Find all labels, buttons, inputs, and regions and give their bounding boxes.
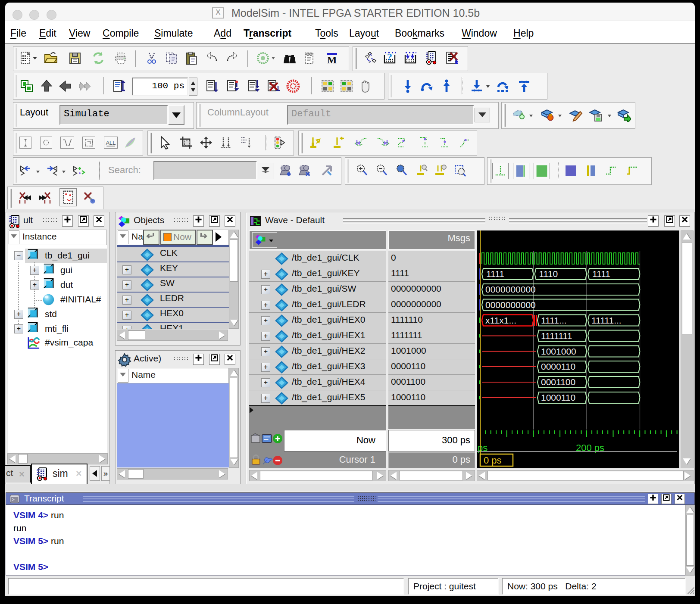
svg-text:0000000000: 0000000000	[485, 300, 536, 310]
svg-text:0 ps: 0 ps	[484, 455, 502, 466]
svg-text:1111...: 1111...	[541, 315, 567, 325]
svg-text:1111: 1111	[592, 269, 610, 279]
svg-text:0000000000: 0000000000	[485, 284, 536, 294]
svg-text:1001000: 1001000	[541, 346, 576, 356]
svg-text:M: M	[327, 54, 337, 65]
svg-text:1110: 1110	[539, 269, 558, 279]
svg-text:11111...: 11111...	[591, 315, 622, 325]
svg-text:ALL: ALL	[106, 140, 116, 146]
svg-text:0000110: 0000110	[541, 361, 575, 371]
svg-text:x11x1...: x11x1...	[485, 315, 516, 325]
svg-text:0001100: 0001100	[541, 377, 575, 387]
svg-text:?: ?	[387, 51, 392, 62]
svg-text:1111111: 1111111	[541, 331, 572, 341]
svg-text:1111: 1111	[486, 269, 504, 279]
svg-text:1000110: 1000110	[541, 392, 575, 402]
